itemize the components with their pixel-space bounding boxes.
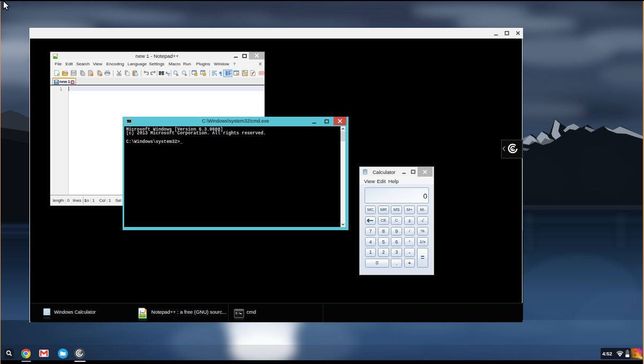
svg-text:¶: ¶ — [219, 70, 222, 76]
svg-text:C:\: C:\ — [236, 311, 241, 315]
svg-text:b: b — [168, 73, 170, 76]
